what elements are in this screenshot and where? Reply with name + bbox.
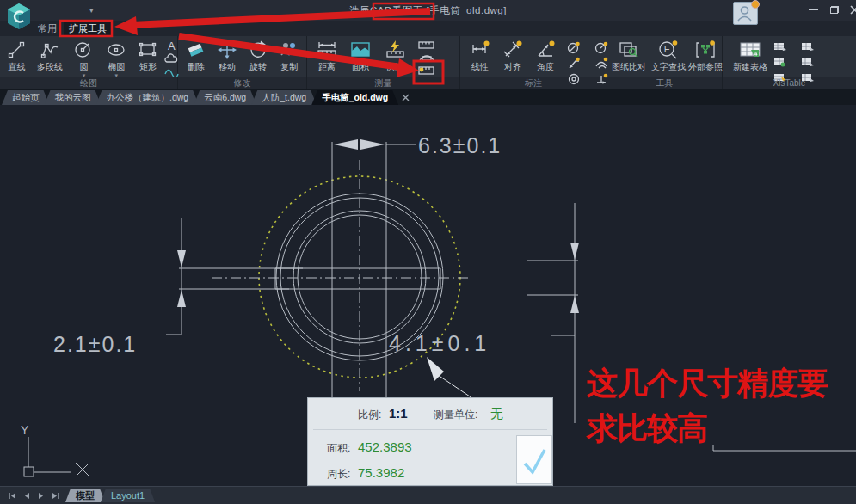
external-reference-button[interactable]: 外部参照: [688, 38, 723, 73]
doc-tab-office-building[interactable]: 办公楼（建筑）.dwg: [96, 90, 200, 105]
doc-tab-start[interactable]: 起始页: [2, 90, 50, 105]
scale-value: 1:1: [389, 406, 408, 421]
quick-measure-button[interactable]: 快速: [378, 38, 412, 73]
circle-button[interactable]: 圆 ▾: [68, 38, 101, 77]
rotate-button[interactable]: 旋转: [243, 38, 274, 73]
quick-access-chevron-icon[interactable]: ▾: [89, 6, 94, 15]
doc-name: [手电筒_old.dwg]: [423, 5, 507, 15]
first-layout-button[interactable]: [7, 490, 17, 501]
confirm-button[interactable]: [516, 435, 552, 484]
distance-button[interactable]: 距离: [311, 38, 343, 73]
close-icon: [850, 5, 856, 15]
doc-tab-close-icon: [402, 94, 410, 101]
mini-arc-measure-icon[interactable]: [417, 52, 436, 62]
find-text-icon: F: [657, 40, 680, 60]
ribbon-tab-row: 常用 扩展工具: [0, 21, 856, 36]
ellipse-button[interactable]: 椭圆 ▾: [100, 38, 132, 77]
group-annotate: 线性 对齐 角度: [460, 36, 607, 89]
group-xlstable: 新建表格: [723, 36, 856, 89]
dim-top-text: 6.3±0.1: [418, 133, 502, 157]
polyline-button[interactable]: 多段线: [32, 38, 68, 73]
highlighted-measure-icon[interactable]: [417, 64, 436, 76]
arc-length-dim-icon[interactable]: [594, 57, 608, 70]
user-account-button[interactable]: [733, 2, 758, 25]
aligned-dim-button[interactable]: 对齐: [496, 38, 529, 73]
new-table-icon: [738, 40, 762, 60]
avatar-badge: [751, 0, 760, 9]
area-button[interactable]: 面积: [343, 38, 378, 73]
doc-tab-cloud[interactable]: 我的云图: [45, 90, 102, 105]
drawing-compare-button[interactable]: 图纸比对: [609, 38, 649, 73]
group-draw: 直线 多段线 圆 ▾: [0, 36, 178, 89]
rectangle-icon: [138, 40, 158, 60]
linear-dim-button[interactable]: 线性: [464, 38, 496, 73]
linear-dim-icon: [470, 40, 490, 60]
angle-dim-button[interactable]: 角度: [530, 38, 562, 73]
restore-icon: [830, 6, 839, 14]
distance-icon: [316, 40, 338, 60]
angle-dim-icon: [535, 40, 556, 60]
group-modify: 删除 移动 旋转: [178, 36, 307, 89]
group-tools: 图纸比对 F 文字查找: [607, 36, 723, 89]
move-icon: [217, 40, 237, 60]
app-logo-icon: [6, 3, 32, 30]
annotation-line1: 这几个尺寸精度要: [587, 361, 828, 406]
doc-tab-flashlight-active[interactable]: 手电筒_old.dwg: [311, 90, 398, 105]
move-button[interactable]: 移动: [212, 38, 243, 73]
doc-tab-yunnan6[interactable]: 云南6.dwg: [194, 90, 256, 105]
group-measure: 距离 面积 快速: [307, 36, 460, 89]
spline-icon[interactable]: [163, 66, 179, 77]
perimeter-value: 75.3982: [358, 465, 404, 480]
table-tool-2-icon[interactable]: [800, 41, 815, 52]
drawing-compare-icon: [618, 40, 640, 60]
aligned-dim-icon: [502, 40, 523, 60]
table-tool-4-icon[interactable]: [800, 57, 815, 68]
dim-right-text: 4.1±0.1: [389, 331, 490, 355]
app-name: 浩辰CAD看图王: [349, 5, 423, 15]
cad-viewer-window: 6.3±0.1 2.1±0.1 4.1±0.1 Y 这几个尺寸精度要 求比较高 …: [0, 0, 856, 504]
close-button[interactable]: [843, 0, 856, 19]
tab-extension-tools[interactable]: 扩展工具: [64, 21, 112, 36]
next-layout-button[interactable]: [36, 490, 46, 501]
line-icon: [7, 40, 26, 60]
minimize-button[interactable]: [802, 0, 824, 19]
line-button[interactable]: 直线: [2, 38, 32, 73]
last-layout-button[interactable]: [51, 490, 61, 501]
minimize-icon: [809, 9, 818, 10]
mini-ruler-icon[interactable]: [417, 40, 436, 50]
ribbon: 直线 多段线 圆 ▾: [0, 36, 856, 89]
status-bar: 模型 Layout1: [0, 486, 856, 504]
table-tool-1-icon[interactable]: [773, 41, 787, 52]
unit-value: 无: [490, 406, 503, 422]
draw-extra-column: A: [163, 38, 179, 77]
area-label: 面积:: [327, 441, 350, 456]
dim-left-text: 2.1±0.1: [53, 332, 137, 356]
find-text-button[interactable]: F 文字查找: [649, 38, 688, 73]
rotate-icon: [248, 40, 268, 60]
polyline-icon: [40, 40, 60, 60]
erase-button[interactable]: 删除: [181, 38, 212, 73]
check-icon: [520, 441, 549, 479]
radius-dim-icon[interactable]: [594, 41, 608, 54]
diameter-dim-icon[interactable]: [567, 41, 581, 54]
ucs-icon: [24, 437, 89, 476]
leader-dim-icon[interactable]: [567, 57, 581, 70]
new-table-button[interactable]: 新建表格: [728, 38, 773, 73]
text-tool-icon[interactable]: A: [163, 40, 179, 52]
revision-cloud-icon[interactable]: [163, 53, 179, 65]
scale-label: 比例:: [358, 408, 381, 422]
doc-tab-renfang[interactable]: 人防_t.dwg: [251, 90, 317, 105]
doc-tab-close-button[interactable]: [398, 90, 412, 105]
prev-layout-button[interactable]: [22, 490, 32, 501]
popup-divider: [313, 429, 547, 430]
perimeter-label: 周长:: [327, 467, 350, 482]
tab-home[interactable]: 常用: [31, 21, 64, 36]
table-tool-3-icon[interactable]: [773, 57, 787, 68]
copy-button[interactable]: 复制: [274, 38, 305, 73]
layout1-tab[interactable]: Layout1: [101, 489, 155, 502]
measure-result-popup: 比例: 1:1 测量单位: 无 面积: 452.3893 周长: 75.3982: [307, 397, 553, 486]
ellipse-icon: [106, 40, 126, 60]
model-tab[interactable]: 模型: [65, 489, 105, 502]
eraser-icon: [186, 40, 206, 60]
rectangle-button[interactable]: 矩形: [132, 38, 163, 73]
